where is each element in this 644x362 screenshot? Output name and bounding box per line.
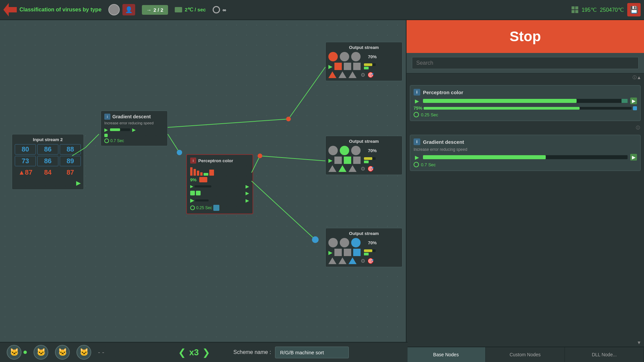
- gradient-panel-info[interactable]: i: [414, 138, 420, 145]
- gradient-info-badge[interactable]: i: [104, 114, 110, 120]
- output-mid-row1: 70%: [328, 146, 399, 155]
- square-gray-b1: [334, 249, 342, 256]
- settings-btn-top[interactable]: ⚙: [361, 72, 365, 78]
- settings-btn-mid[interactable]: ⚙: [361, 166, 365, 172]
- save-button[interactable]: 💾: [627, 3, 641, 16]
- target-btn-mid[interactable]: 🎯: [367, 166, 374, 172]
- port-play-1[interactable]: ▶: [190, 184, 193, 189]
- search-input[interactable]: [412, 57, 639, 69]
- port-arrow-2: ▶: [246, 190, 249, 196]
- green-accent-bot: [364, 253, 369, 255]
- svg-point-11: [312, 236, 319, 243]
- avatar-btn-2[interactable]: 🐱: [34, 345, 48, 360]
- output-stream-top: Output stream 70% ▶ ⚙ 🎯: [325, 42, 402, 81]
- input-val-3: 73: [15, 156, 36, 166]
- scheme-input[interactable]: [275, 347, 349, 358]
- output-stream-mid-title: Output stream: [328, 139, 399, 144]
- port-play-blocks: ▶: [190, 197, 209, 203]
- port-bar: [110, 128, 130, 131]
- target-btn-top[interactable]: 🎯: [367, 72, 374, 78]
- output-play-top[interactable]: ▶: [328, 63, 332, 70]
- status-dot: [23, 351, 27, 354]
- triangle-blue: [348, 257, 357, 264]
- gradient-port-row-2: [104, 134, 164, 137]
- scroll-up[interactable]: ▲: [637, 75, 641, 80]
- perceptron-bar-fill: [423, 99, 577, 103]
- tab-base-nodes[interactable]: Base Nodes: [407, 347, 486, 362]
- queue-button[interactable]: → 2 / 2: [142, 5, 168, 15]
- perceptron-play-btn[interactable]: ▶: [414, 98, 420, 104]
- back-icon[interactable]: [3, 3, 17, 16]
- green-block-2: [196, 191, 201, 195]
- tab-custom-nodes[interactable]: Custom Nodes: [486, 347, 565, 362]
- output-top-row2: ▶: [328, 63, 399, 70]
- port-arrow-1: ▶: [246, 184, 249, 189]
- port-bar-1: [195, 185, 211, 187]
- svg-line-4: [288, 67, 325, 119]
- output-top-row3: ⚙ 🎯: [328, 71, 399, 78]
- timer-value: ∞: [223, 7, 226, 13]
- circle-blue: [351, 238, 361, 247]
- chart-bar-2: [194, 169, 196, 176]
- triangle-gray1: [338, 71, 346, 78]
- square-gray-m1: [334, 157, 342, 164]
- blue-block: [213, 205, 219, 211]
- target-btn-bot[interactable]: 🎯: [367, 258, 374, 264]
- output-play-mid[interactable]: ▶: [328, 157, 332, 164]
- square-red: [334, 63, 342, 70]
- output-play-bot[interactable]: ▶: [328, 249, 332, 256]
- gradient-descent-node: i Gradient descent Increase error reduci…: [101, 111, 168, 146]
- perceptron-panel-info[interactable]: i: [414, 89, 420, 96]
- gradient-bar-fill: [423, 155, 546, 159]
- output-mid-row3: ⚙ 🎯: [328, 165, 399, 172]
- output-top-row1: 70%: [328, 52, 399, 61]
- grid-icon: [572, 6, 578, 13]
- perceptron-arrow-btn[interactable]: ▶: [630, 98, 637, 104]
- grad-panel-timing-icon: [414, 162, 419, 167]
- input-play-button[interactable]: ▶: [76, 179, 81, 187]
- gradient-arrow-btn[interactable]: ▶: [630, 154, 637, 161]
- scroll-down[interactable]: ▼: [637, 340, 641, 345]
- currency-section: 195℃ 250470℃ 💾: [572, 3, 641, 16]
- progress-bar-mid: [364, 157, 376, 160]
- gradient-node-subtitle: Increase error reducing speed: [104, 121, 164, 125]
- svg-point-9: [258, 154, 262, 158]
- circle-gray-m2: [351, 146, 361, 155]
- perc-timing-icon: [190, 205, 195, 210]
- port-play-icon[interactable]: ▶: [104, 127, 108, 132]
- output-stream-bot: Output stream 70% ▶ ⚙ 🎯: [325, 228, 402, 267]
- scheme-label: Scheme name :: [233, 349, 271, 355]
- gradient-node-header: i Gradient descent: [104, 114, 164, 120]
- progress-fill-mid: [364, 157, 372, 160]
- avatar-btn-4[interactable]: 🐱: [76, 345, 91, 360]
- avatar-btn-3[interactable]: 🐱: [55, 345, 70, 360]
- currency2: 250470℃: [600, 7, 624, 13]
- stop-button[interactable]: Stop: [407, 20, 644, 53]
- settings-btn-bot[interactable]: ⚙: [361, 258, 365, 264]
- tab-dll-nodes[interactable]: DLL Node...: [565, 347, 644, 362]
- canvas-area: Input stream 2 80 86 88 73 86 89 ▲87 84 …: [0, 20, 408, 362]
- port-bar-3: [195, 199, 209, 201]
- svg-line-7: [252, 181, 315, 240]
- perceptron-pct-bar: [424, 107, 632, 110]
- input-val-5: 89: [60, 156, 81, 166]
- mult-right-arrow[interactable]: ❯: [202, 347, 210, 358]
- port-row-3: ▶ ▶: [190, 197, 249, 203]
- gradient-play-btn[interactable]: ▶: [414, 154, 420, 161]
- avatar-section: 👤: [108, 4, 135, 15]
- avatar-btn-1[interactable]: 🐱: [7, 345, 21, 360]
- port-arrow-3: ▶: [246, 198, 249, 203]
- gradient-port-row: ▶ ▶: [104, 127, 164, 132]
- circle-gray-m1: [328, 146, 338, 155]
- progress-bars-mid: [364, 157, 376, 163]
- info-row: ⓘ: [410, 124, 641, 131]
- search-bar: [407, 53, 644, 73]
- rate-icon: [175, 7, 182, 12]
- multiplier-control: ❮ x3 ❯: [178, 347, 210, 358]
- output-stream-bot-title: Output stream: [328, 231, 399, 236]
- gradient-panel-controls: ▶ ▶: [414, 154, 637, 161]
- square-green: [344, 157, 351, 164]
- mult-left-arrow[interactable]: ❮: [178, 347, 186, 358]
- perceptron-badge[interactable]: i: [190, 158, 196, 164]
- triangle-red: [328, 71, 336, 78]
